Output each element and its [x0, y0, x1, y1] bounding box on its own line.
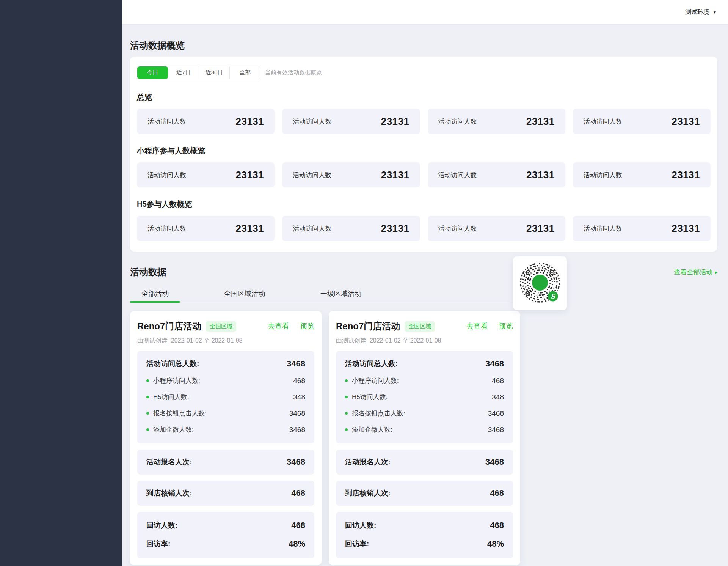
chevron-down-icon: ▼ [713, 10, 717, 14]
activity-cards-row: Reno7门店活动 全国区域 去查看 预览 由测试创建 2022-01-02 至… [130, 311, 717, 565]
activity-meta: 由测试创建 2022-01-02 至 2022-01-08 [137, 337, 314, 345]
qr-code-card: S [513, 256, 567, 310]
revisit-count-value: 468 [490, 520, 504, 530]
revisit-count-row: 回访人数: 468 [345, 520, 504, 530]
section-heading-summary: 总览 [137, 92, 711, 102]
breakdown-label: 报名按钮点击人数: [352, 409, 405, 418]
activity-card: Reno7门店活动 全国区域 去查看 预览 由测试创建 2022-01-02 至… [329, 311, 520, 565]
stat-value: 23131 [526, 116, 555, 127]
region-badge: 全国区域 [405, 321, 435, 332]
stat-value: 23131 [381, 223, 410, 234]
summary-stat-row: 活动访问人数 23131 活动访问人数 23131 活动访问人数 23131 活… [137, 109, 711, 134]
stat-card: 活动访问人数 23131 [137, 162, 275, 187]
visit-total-label: 活动访问总人数: [146, 359, 199, 369]
breakdown-row: H5访问人数: 348 [146, 393, 305, 401]
revisit-rate-label: 回访率: [345, 539, 369, 549]
bullet-icon [345, 379, 348, 382]
activity-card-header: Reno7门店活动 全国区域 去查看 预览 [336, 320, 513, 332]
date-filter-group: 今日 近7日 近30日 全部 [137, 66, 260, 79]
breakdown-label: 报名按钮点击人数: [153, 409, 207, 418]
breakdown-value: 348 [492, 393, 504, 401]
stat-label: 活动访问人数 [584, 117, 622, 126]
revisit-rate-row: 回访率: 48% [345, 539, 504, 549]
go-view-link[interactable]: 去查看 [466, 321, 488, 331]
sidebar [0, 0, 122, 566]
visit-total-row: 活动访问总人数: 3468 [146, 359, 305, 369]
breakdown-label: 添加企微人数: [352, 425, 392, 434]
stat-card: 活动访问人数 23131 [137, 109, 275, 134]
tab-all-activities[interactable]: 全部活动 [130, 283, 180, 302]
breakdown-label: 小程序访问人数: [352, 376, 399, 385]
stat-value: 23131 [526, 169, 555, 181]
view-all-label: 查看全部活动 [674, 268, 712, 277]
filter-button-7days[interactable]: 近7日 [168, 66, 199, 79]
breakdown-row: H5访问人数: 348 [345, 393, 504, 401]
preview-link[interactable]: 预览 [499, 321, 513, 331]
activities-header: 活动数据 查看全部活动 ▸ [130, 266, 717, 278]
visit-total-value: 3468 [485, 359, 504, 369]
activity-actions: 去查看 预览 [466, 321, 513, 331]
revisit-count-row: 回访人数: 468 [146, 520, 305, 530]
bullet-icon [146, 428, 149, 431]
stat-label: 活动访问人数 [438, 224, 477, 233]
revisit-count-label: 回访人数: [345, 520, 376, 530]
revisit-rate-value: 48% [289, 539, 305, 549]
page-content: 活动数据概览 今日 近7日 近30日 全部 当前有效活动数据概览 总览 活动访问… [122, 24, 728, 566]
redeem-label: 到店核销人次: [146, 488, 192, 498]
stat-label: 活动访问人数 [293, 224, 331, 233]
environment-switcher[interactable]: 测试环境 ▼ [685, 8, 717, 16]
tab-national-activities[interactable]: 全国区域活动 [213, 283, 276, 302]
stat-label: 活动访问人数 [147, 117, 186, 126]
stat-label: 活动访问人数 [147, 224, 186, 233]
filter-button-all[interactable]: 全部 [229, 66, 260, 79]
stat-label: 活动访问人数 [438, 171, 477, 179]
signup-value: 3468 [485, 457, 504, 467]
miniprogram-stat-row: 活动访问人数 23131 活动访问人数 23131 活动访问人数 23131 活… [137, 162, 711, 187]
breakdown-value: 3468 [289, 426, 305, 434]
stat-label: 活动访问人数 [293, 117, 331, 126]
stat-label: 活动访问人数 [584, 224, 622, 233]
stat-value: 23131 [381, 116, 410, 127]
revisit-block: 回访人数: 468 回访率: 48% [137, 512, 314, 558]
stat-card: 活动访问人数 23131 [282, 216, 420, 241]
stat-value: 23131 [526, 223, 555, 234]
stat-card: 活动访问人数 23131 [137, 216, 275, 241]
stat-value: 23131 [672, 223, 700, 234]
view-all-activities-link[interactable]: 查看全部活动 ▸ [674, 268, 717, 277]
preview-link[interactable]: 预览 [300, 321, 314, 331]
bullet-icon [345, 428, 348, 431]
page-title: 活动数据概览 [130, 39, 717, 52]
revisit-count-label: 回访人数: [146, 520, 177, 530]
signup-block: 活动报名人次: 3468 [336, 450, 513, 475]
breakdown-row: 报名按钮点击人数: 3468 [345, 409, 504, 418]
stat-value: 23131 [672, 116, 700, 127]
overview-panel: 今日 近7日 近30日 全部 当前有效活动数据概览 总览 活动访问人数 2313… [130, 57, 717, 252]
arrow-right-icon: ▸ [715, 269, 717, 275]
activity-title: Reno7门店活动 [137, 320, 201, 332]
stat-value: 23131 [672, 169, 700, 181]
environment-label: 测试环境 [685, 8, 709, 16]
breakdown-value: 3468 [488, 426, 504, 434]
stat-label: 活动访问人数 [293, 171, 331, 179]
activity-meta: 由测试创建 2022-01-02 至 2022-01-08 [336, 337, 513, 345]
go-view-link[interactable]: 去查看 [268, 321, 289, 331]
tab-level1-region-activities[interactable]: 一级区域活动 [309, 283, 373, 302]
stat-value: 23131 [235, 116, 264, 127]
revisit-count-value: 468 [291, 520, 305, 530]
filter-button-today[interactable]: 今日 [137, 66, 168, 79]
main-area: 测试环境 ▼ 活动数据概览 今日 近7日 近30日 全部 当前有效活动数据概览 … [122, 0, 728, 566]
bullet-icon [345, 412, 348, 415]
stat-value: 23131 [235, 223, 264, 234]
redeem-block: 到店核销人次: 468 [137, 481, 314, 506]
breakdown-value: 348 [293, 393, 305, 401]
stat-label: 活动访问人数 [584, 171, 622, 179]
breakdown-label: H5访问人数: [352, 393, 388, 401]
app-window: 测试环境 ▼ 活动数据概览 今日 近7日 近30日 全部 当前有效活动数据概览 … [0, 0, 728, 566]
breakdown-row: 小程序访问人数: 468 [146, 376, 305, 385]
visit-total-value: 3468 [287, 359, 305, 369]
filter-button-30days[interactable]: 近30日 [199, 66, 229, 79]
stat-card: 活动访问人数 23131 [282, 162, 420, 187]
region-badge: 全国区域 [206, 321, 236, 332]
stat-value: 23131 [235, 169, 264, 181]
visit-stats-block: 活动访问总人数: 3468 小程序访问人数: 468 H5访问人数: 348 [336, 351, 513, 443]
